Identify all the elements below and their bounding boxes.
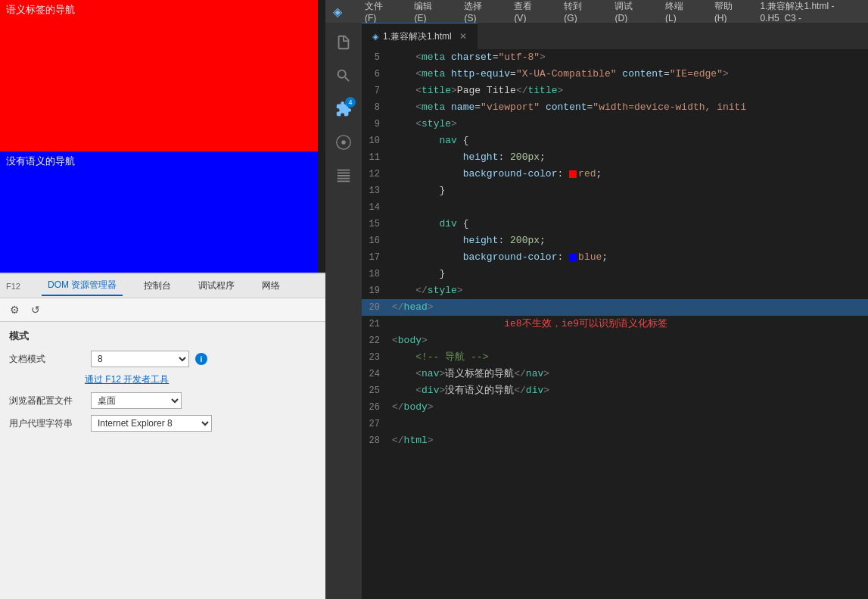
vscode-logo-icon: ◈: [333, 5, 342, 19]
doc-mode-select[interactable]: 8 5 7 9 10 11 边缘: [91, 351, 189, 367]
activitybar-files-icon[interactable]: [330, 29, 357, 56]
editor-line-26: 26 </body>: [362, 399, 868, 416]
menu-terminal[interactable]: 终端(L): [661, 0, 695, 25]
activitybar-remote-icon[interactable]: [330, 129, 357, 156]
editor-line-22: 22 <body>: [362, 332, 868, 349]
editor-line-10: 10 nav {: [362, 133, 868, 149]
section-title: 模式: [9, 329, 316, 343]
devtools-tab-network[interactable]: 网络: [256, 276, 286, 295]
editor-line-9: 9 <style>: [362, 116, 868, 133]
user-agent-label: 用户代理字符串: [9, 417, 85, 430]
editor-line-14: 14: [362, 199, 868, 216]
extensions-badge: 4: [345, 97, 356, 108]
editor-line-23: 23 <!-- 导航 -->: [362, 349, 868, 366]
div-text: 没有语义的导航: [6, 154, 75, 168]
vscode-editor-area: ◈ 1.兼容解决1.html ✕ 5 <meta charset="utf-8"…: [362, 23, 868, 599]
browser-config-select[interactable]: 桌面 移动设备: [91, 392, 182, 409]
menu-edit[interactable]: 编辑(E): [409, 0, 444, 25]
devtools-panel: F12 DOM 资源管理器 控制台 调试程序 网络 ⚙ ↺ 模式 文档模式 8 …: [0, 273, 325, 599]
devtools-tab-debugger[interactable]: 调试程序: [192, 276, 241, 295]
editor-line-12: 12 background-color: red;: [362, 166, 868, 183]
doc-mode-info-icon[interactable]: i: [195, 353, 207, 365]
editor-line-27: 27: [362, 416, 868, 432]
settings-icon[interactable]: ⚙: [6, 301, 23, 318]
activitybar-extensions-icon[interactable]: 4: [330, 95, 357, 123]
vscode-activitybar: 4: [325, 23, 362, 599]
vscode-editor-window: ◈ 文件(F) 编辑(E) 选择(S) 查看(V) 转到(G) 调试(D) 终端…: [325, 0, 868, 599]
menu-debug[interactable]: 调试(D): [610, 0, 646, 25]
vscode-tabs: ◈ 1.兼容解决1.html ✕: [362, 23, 868, 49]
devtools-tab-console[interactable]: 控制台: [138, 276, 177, 295]
tab-filename: 1.兼容解决1.html: [383, 30, 452, 43]
menu-file[interactable]: 文件(F): [360, 0, 394, 25]
doc-mode-label: 文档模式: [9, 353, 85, 366]
editor-line-20: 20 </head>: [362, 299, 868, 316]
menu-select[interactable]: 选择(S): [459, 0, 494, 25]
f12-label: F12: [6, 282, 20, 291]
editor-line-17: 17 background-color: blue;: [362, 249, 868, 266]
user-agent-row: 用户代理字符串 Internet Explorer 8 Internet Exp…: [9, 415, 316, 432]
activitybar-search-icon[interactable]: [330, 62, 357, 89]
editor-line-19: 19 </style>: [362, 282, 868, 299]
editor-line-5: 5 <meta charset="utf-8">: [362, 49, 868, 66]
user-agent-select[interactable]: Internet Explorer 8 Internet Explorer 9 …: [91, 415, 212, 432]
editor-line-25: 25 <div>没有语义的导航</div>: [362, 382, 868, 399]
editor-line-21: 21 ie8不生效，ie9可以识别语义化标签: [362, 316, 868, 332]
nav-element: 语义标签的导航: [0, 0, 318, 151]
vscode-titlebar: ◈ 文件(F) 编辑(E) 选择(S) 查看(V) 转到(G) 调试(D) 终端…: [325, 0, 868, 23]
devtools-link[interactable]: 通过 F12 开发者工具: [85, 373, 169, 386]
browser-config-label: 浏览器配置文件: [9, 395, 85, 407]
menu-goto[interactable]: 转到(G): [559, 0, 595, 25]
refresh-icon[interactable]: ↺: [27, 301, 44, 318]
editor-line-13: 13 }: [362, 183, 868, 199]
editor-line-7: 7 <title>Page Title</title>: [362, 83, 868, 99]
browser-preview: 语义标签的导航 没有语义的导航: [0, 0, 318, 273]
vscode-window-title: 1.兼容解决1.html - 0.H5_C3 -: [760, 0, 860, 23]
code-editor[interactable]: 5 <meta charset="utf-8"> 6 <meta http-eq…: [362, 49, 868, 599]
activitybar-explorer-icon[interactable]: [330, 162, 357, 189]
editor-line-11: 11 height: 200px;: [362, 149, 868, 166]
nav-text: 语义标签的导航: [6, 3, 75, 17]
editor-line-15: 15 div {: [362, 216, 868, 232]
tab-close-icon[interactable]: ✕: [459, 31, 467, 42]
editor-tab[interactable]: ◈ 1.兼容解决1.html ✕: [362, 23, 478, 49]
tab-file-icon: ◈: [372, 32, 378, 42]
editor-line-8: 8 <meta name="viewport" content="width=d…: [362, 99, 868, 116]
editor-line-24: 24 <nav>语义标签的导航</nav>: [362, 366, 868, 382]
devtools-tab-dom[interactable]: DOM 资源管理器: [42, 276, 123, 296]
doc-mode-row: 文档模式 8 5 7 9 10 11 边缘 i: [9, 351, 316, 367]
devtools-icons-bar: ⚙ ↺: [0, 298, 325, 322]
editor-line-18: 18 }: [362, 266, 868, 282]
menu-help[interactable]: 帮助(H): [710, 0, 745, 25]
devtools-toolbar: F12 DOM 资源管理器 控制台 调试程序 网络: [0, 274, 325, 298]
browser-config-row: 浏览器配置文件 桌面 移动设备: [9, 392, 316, 409]
doc-mode-link-row: 通过 F12 开发者工具: [9, 373, 316, 386]
editor-line-16: 16 height: 200px;: [362, 232, 868, 249]
menu-view[interactable]: 查看(V): [509, 0, 544, 25]
editor-line-6: 6 <meta http-equiv="X-UA-Compatible" con…: [362, 66, 868, 83]
editor-line-28: 28 </html>: [362, 432, 868, 449]
svg-point-1: [341, 140, 346, 145]
devtools-mode-section: 模式 文档模式 8 5 7 9 10 11 边缘 i 通过 F12 开发者工具 …: [0, 322, 325, 445]
